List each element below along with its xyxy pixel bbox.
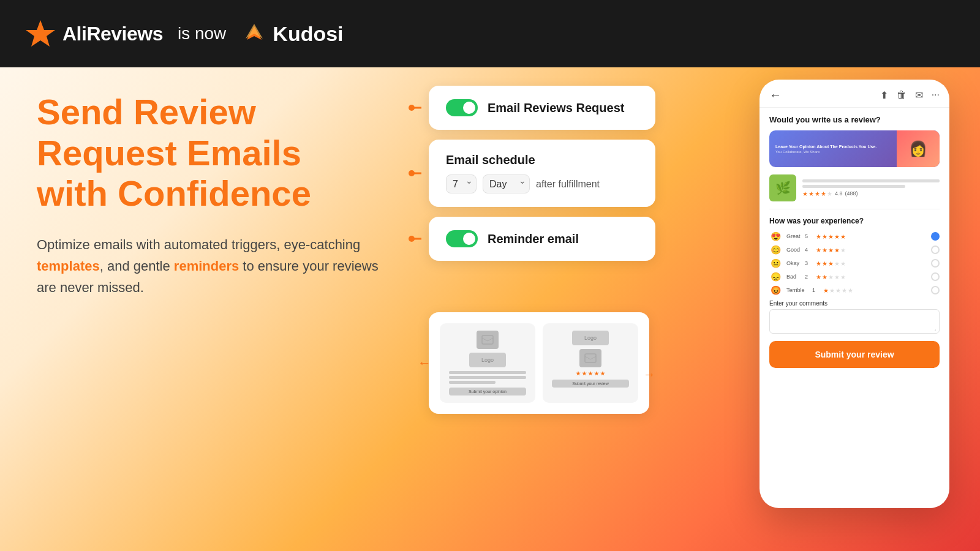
rating-value: 4.8 xyxy=(835,190,843,197)
tmpl-logo-2: Logo xyxy=(572,331,609,345)
emoji-bad: 😞 xyxy=(769,272,782,282)
star-filled: ★ xyxy=(809,190,814,197)
radio-1[interactable] xyxy=(931,286,940,294)
sub-description: Optimize emails with automated triggers,… xyxy=(37,234,380,299)
template-card-2[interactable]: Logo Submit your review xyxy=(543,323,638,403)
label-terrible: Terrible xyxy=(786,287,807,293)
promo-banner: Leave Your Opinion About The Products Yo… xyxy=(769,130,940,167)
phone-mockup: ← ⬆ 🗑 ✉ ··· Would you write us a review?… xyxy=(760,80,949,508)
more-icon[interactable]: ··· xyxy=(932,89,940,101)
promo-image: 👩 xyxy=(897,130,940,167)
logo-area: AliReviews is now Kudosi xyxy=(24,18,344,50)
product-info: ★ ★ ★ ★ ★ 4.8 (488) xyxy=(802,179,940,197)
alireviews-brand-name: AliReviews xyxy=(62,23,163,45)
header-bar: AliReviews is now Kudosi xyxy=(0,0,980,67)
option-stars-4: ★ ★ ★ ★ ★ xyxy=(816,247,926,253)
reminder-card-row: Reminder email xyxy=(446,230,638,247)
tmpl-submit-btn-1: Submit your opinion xyxy=(449,388,526,395)
mail-icon[interactable]: ✉ xyxy=(915,89,923,101)
num-2: 2 xyxy=(805,274,811,280)
tmpl-lines-1 xyxy=(449,371,526,384)
template-preview-area: ← Logo Submit your opinion Logo Submit y… xyxy=(429,312,649,414)
product-line-long xyxy=(802,179,940,182)
review-question: Would you write us a review? xyxy=(769,115,940,124)
star-half: ★ xyxy=(827,190,832,197)
star-filled: ★ xyxy=(815,190,820,197)
tmpl-line-short xyxy=(449,381,496,384)
radio-5[interactable] xyxy=(931,232,940,241)
product-lines xyxy=(802,179,940,188)
label-great: Great xyxy=(786,233,800,239)
rating-option-4[interactable]: 😊 Good 4 ★ ★ ★ ★ ★ xyxy=(769,245,940,255)
card-row: Email Reviews Request xyxy=(446,99,638,116)
left-arrow-icon: ← xyxy=(418,355,431,371)
templates-highlight: templates xyxy=(37,258,100,274)
product-line-medium xyxy=(802,185,905,188)
email-reviews-label: Email Reviews Request xyxy=(488,101,624,115)
star-filled: ★ xyxy=(802,190,808,197)
comments-box[interactable]: ⌟ xyxy=(769,309,940,334)
reminder-email-toggle[interactable] xyxy=(446,230,478,247)
alireviews-star-icon xyxy=(24,18,56,50)
emoji-good: 😊 xyxy=(769,245,782,255)
radio-2[interactable] xyxy=(931,272,940,281)
left-content: Send Review Request Emails with Confiden… xyxy=(37,92,380,299)
tmpl-line xyxy=(449,376,526,379)
star-filled: ★ xyxy=(821,190,826,197)
upload-icon[interactable]: ⬆ xyxy=(880,89,888,101)
svg-rect-1 xyxy=(482,335,493,344)
template-card-1[interactable]: Logo Submit your opinion xyxy=(440,323,535,403)
option-stars-2: ★ ★ ★ ★ ★ xyxy=(816,274,926,280)
tmpl-star xyxy=(594,371,599,376)
option-stars-1: ★ ★ ★ ★ ★ xyxy=(823,287,926,294)
radio-3[interactable] xyxy=(931,259,940,268)
label-okay: Okay xyxy=(786,260,800,266)
tmpl-star xyxy=(588,371,593,376)
label-bad: Bad xyxy=(786,274,800,280)
days-select-wrapper: 7 1 3 14 30 xyxy=(446,174,477,193)
product-image: 🌿 xyxy=(769,174,796,201)
rating-option-5[interactable]: 😍 Great 5 ★ ★ ★ ★ ★ xyxy=(769,231,940,241)
rating-option-3[interactable]: 😐 Okay 3 ★ ★ ★ ★ ★ xyxy=(769,258,940,268)
num-1: 1 xyxy=(812,287,818,293)
schedule-row: 7 1 3 14 30 Day Week Month after fulfill… xyxy=(446,174,638,193)
email-reviews-toggle[interactable] xyxy=(446,99,478,116)
reminder-email-card: Reminder email xyxy=(429,217,655,261)
num-5: 5 xyxy=(805,233,811,239)
email-schedule-card: Email schedule 7 1 3 14 30 Day Week Mont… xyxy=(429,140,655,207)
tmpl-submit-btn-2: Submit your review xyxy=(552,380,629,388)
radio-4[interactable] xyxy=(931,246,940,254)
reminders-highlight: reminders xyxy=(174,258,239,274)
phone-content: Would you write us a review? Leave Your … xyxy=(760,108,949,508)
trash-icon[interactable]: 🗑 xyxy=(897,89,907,101)
num-4: 4 xyxy=(805,247,811,253)
phone-action-icons: ⬆ 🗑 ✉ ··· xyxy=(880,89,940,101)
days-select[interactable]: 7 1 3 14 30 xyxy=(446,174,477,193)
after-fulfillment-text: after fulfillment xyxy=(536,179,600,190)
period-select[interactable]: Day Week Month xyxy=(483,174,530,193)
tmpl-star xyxy=(576,371,581,376)
submit-review-button[interactable]: Submit your review xyxy=(769,341,940,368)
phone-back-icon[interactable]: ← xyxy=(769,88,782,102)
kudosi-icon xyxy=(241,23,268,45)
kudosi-logo-area: Kudosi xyxy=(241,22,343,46)
main-heading: Send Review Request Emails with Confiden… xyxy=(37,92,380,214)
label-good: Good xyxy=(786,247,800,253)
rating-option-1[interactable]: 😡 Terrible 1 ★ ★ ★ ★ ★ xyxy=(769,285,940,295)
rating-option-2[interactable]: 😞 Bad 2 ★ ★ ★ ★ ★ xyxy=(769,272,940,282)
emoji-great: 😍 xyxy=(769,231,782,241)
tmpl-stars-2 xyxy=(576,371,605,376)
option-stars-5: ★ ★ ★ ★ ★ xyxy=(816,233,926,240)
subtext-part1: Optimize emails with automated triggers,… xyxy=(37,237,360,252)
option-stars-3: ★ ★ ★ ★ ★ xyxy=(816,260,926,267)
emoji-okay: 😐 xyxy=(769,258,782,268)
ui-panel: Email Reviews Request Email schedule 7 1… xyxy=(429,86,655,271)
phone-top-bar: ← ⬆ 🗑 ✉ ··· xyxy=(760,80,949,108)
rating-row: ★ ★ ★ ★ ★ 4.8 (488) xyxy=(802,190,940,197)
tmpl-star xyxy=(582,371,587,376)
num-3: 3 xyxy=(805,260,811,266)
schedule-label: Email schedule xyxy=(446,153,638,167)
stars-display: ★ ★ ★ ★ ★ xyxy=(802,190,832,197)
is-now-text: is now xyxy=(178,24,226,43)
resize-handle: ⌟ xyxy=(934,326,937,332)
